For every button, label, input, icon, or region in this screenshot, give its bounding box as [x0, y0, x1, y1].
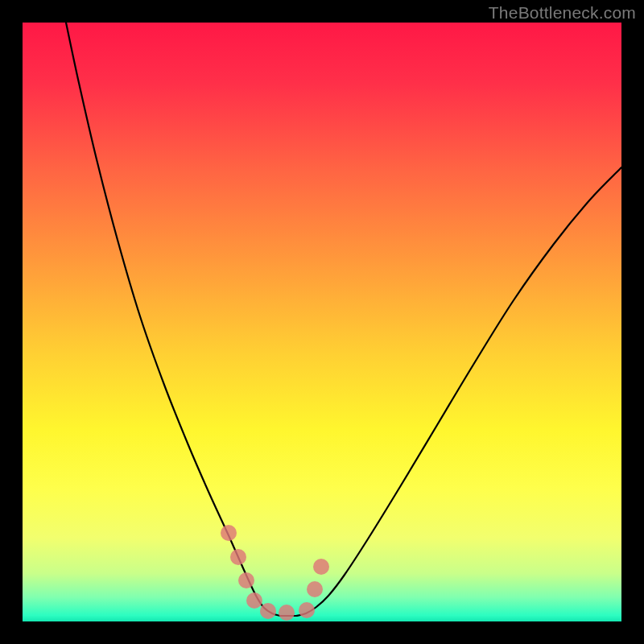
marker-dot-1	[230, 549, 246, 565]
marker-dot-3	[246, 592, 262, 609]
curve-left-path	[66, 23, 280, 616]
chart-frame: TheBottleneck.com	[0, 0, 644, 644]
curve-overlay	[23, 23, 621, 621]
watermark-text: TheBottleneck.com	[489, 3, 636, 23]
marker-dot-8	[313, 559, 329, 575]
bottleneck-curve-right	[296, 167, 621, 616]
marker-dot-4	[260, 603, 276, 619]
marker-dot-0	[221, 525, 237, 541]
marker-dot-2	[238, 572, 254, 588]
curve-right-path	[296, 167, 621, 616]
marker-dot-6	[299, 602, 315, 618]
marker-dot-7	[307, 581, 323, 597]
marker-dot-5	[279, 605, 295, 621]
marker-dots-group	[221, 525, 329, 621]
bottleneck-curve-left	[66, 23, 280, 616]
plot-area	[23, 23, 621, 621]
